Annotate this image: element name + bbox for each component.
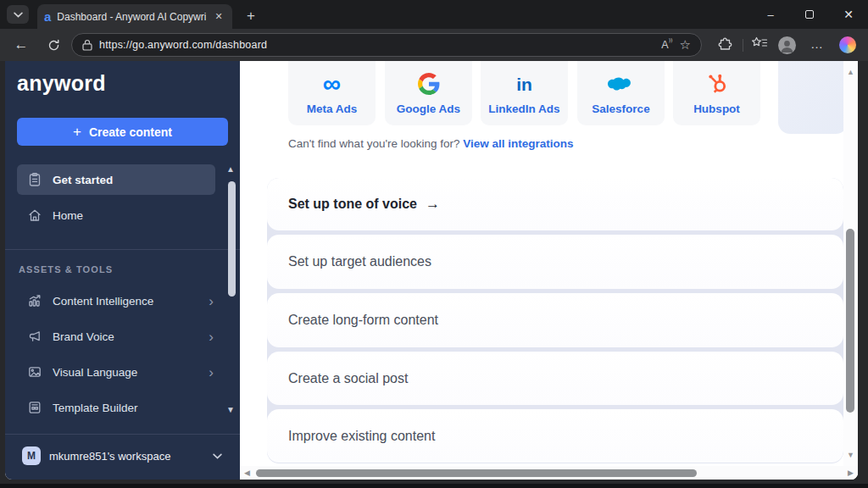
toolbar-divider [743, 39, 743, 52]
integration-card-hubspot[interactable]: Hubspot [673, 61, 760, 125]
chevron-right-icon: › [209, 330, 214, 344]
restore-icon [805, 10, 814, 19]
favorites-star-list-icon [751, 36, 768, 49]
task-card-social-post[interactable]: Create a social post [267, 352, 843, 405]
lock-icon [82, 39, 92, 51]
task-card-tone-of-voice[interactable]: Set up tone of voice → [267, 178, 843, 230]
tab-title: Dashboard - Anyword AI Copywri [57, 11, 206, 23]
sidebar-scroll-down-arrow[interactable]: ▼ [226, 405, 235, 414]
minimize-button[interactable]: – [751, 0, 790, 29]
restore-button[interactable] [790, 0, 829, 29]
workspace-selector[interactable]: M mkumre851's workspace [17, 441, 227, 471]
anyword-favicon-icon: a [44, 10, 51, 23]
vertical-scrollbar-thumb[interactable] [846, 229, 854, 413]
sidebar-scrollbar-thumb[interactable] [228, 181, 236, 297]
copilot-button[interactable] [839, 36, 856, 53]
task-list: Set up tone of voice → Set up target aud… [267, 178, 843, 463]
profile-button[interactable] [778, 36, 796, 54]
sidebar-item-visual-language[interactable]: Visual Language › [17, 356, 220, 388]
scroll-left-arrow[interactable]: ◀ [244, 469, 250, 477]
google-logo-icon [418, 73, 440, 95]
favorites-button[interactable] [751, 36, 768, 49]
settings-more-button[interactable]: … [809, 36, 826, 51]
template-icon [27, 400, 42, 415]
favorite-star-icon[interactable]: ☆ [680, 37, 691, 53]
anyword-logo: anyword [17, 71, 106, 96]
task-card-target-audiences[interactable]: Set up target audiences [267, 235, 843, 289]
refresh-icon [47, 39, 60, 52]
scroll-down-arrow[interactable]: ▼ [847, 451, 854, 459]
clipboard-icon [27, 172, 42, 187]
horizontal-scrollbar-thumb[interactable] [256, 469, 697, 477]
sidebar-item-get-started[interactable]: Get started [17, 164, 215, 195]
sidebar-item-brand-voice[interactable]: Brand Voice › [17, 320, 220, 352]
avatar-icon [778, 36, 796, 54]
vertical-scrollbar[interactable]: ▲ ▼ [843, 61, 858, 466]
integration-card-linkedin-ads[interactable]: in LinkedIn Ads [481, 61, 568, 125]
page-content: anyword + Create content Get started Hom… [5, 61, 858, 480]
copilot-icon [839, 36, 856, 53]
tab-close-icon[interactable]: ✕ [212, 11, 225, 22]
partial-card[interactable] [778, 61, 848, 134]
integration-card-meta-ads[interactable]: ∞ Meta Ads [288, 61, 376, 125]
hubspot-logo-icon [706, 73, 728, 95]
tab-search-button[interactable] [7, 5, 29, 24]
arrow-right-icon: → [426, 196, 440, 213]
browser-tab[interactable]: a Dashboard - Anyword AI Copywri ✕ [37, 4, 232, 29]
sidebar: anyword + Create content Get started Hom… [5, 61, 240, 480]
salesforce-logo-icon [607, 74, 636, 94]
integration-card-google-ads[interactable]: Google Ads [385, 61, 472, 125]
window-bottom-edge [0, 484, 868, 488]
image-icon [27, 364, 42, 380]
sidebar-footer-divider [5, 434, 240, 435]
sidebar-item-home[interactable]: Home [17, 200, 215, 230]
chevron-right-icon: › [209, 294, 214, 308]
chevron-down-icon [213, 453, 222, 459]
scroll-right-arrow[interactable]: ▶ [848, 469, 854, 477]
back-button[interactable]: ← [8, 32, 34, 58]
meta-logo-icon: ∞ [323, 73, 341, 95]
new-tab-button[interactable]: + [241, 7, 261, 25]
sidebar-scroll-up-arrow[interactable]: ▲ [226, 164, 235, 174]
megaphone-icon [27, 329, 42, 344]
plus-icon: + [73, 124, 81, 141]
horizontal-scrollbar[interactable]: ◀ ▶ [240, 466, 858, 480]
home-icon [27, 208, 42, 223]
integrations-help-text: Can't find what you're looking for? View… [288, 137, 574, 150]
url-text: https://go.anyword.com/dashboard [99, 39, 267, 51]
bar-chart-icon [27, 293, 42, 308]
linkedin-logo-icon: in [516, 75, 532, 93]
sidebar-item-content-intelligence[interactable]: Content Intelligence › [17, 285, 220, 317]
refresh-button[interactable] [41, 32, 66, 58]
sidebar-divider [5, 249, 240, 250]
browser-titlebar: a Dashboard - Anyword AI Copywri ✕ + – ✕ [0, 0, 868, 29]
chevron-right-icon: › [209, 365, 214, 380]
integration-card-salesforce[interactable]: Salesforce [577, 61, 665, 125]
scroll-up-arrow[interactable]: ▲ [847, 68, 854, 76]
read-aloud-button[interactable]: A⁾⁾ [661, 39, 672, 51]
extensions-button[interactable] [717, 36, 732, 52]
task-card-improve-content[interactable]: Improve existing content [267, 409, 843, 463]
puzzle-icon [717, 36, 732, 52]
sidebar-section-title: ASSETS & TOOLS [19, 264, 113, 274]
create-content-button[interactable]: + Create content [17, 118, 228, 146]
workspace-avatar: M [22, 446, 41, 465]
close-window-button[interactable]: ✕ [829, 0, 868, 29]
task-card-long-form-content[interactable]: Create long-form content [267, 293, 843, 347]
browser-navbar: ← https://go.anyword.com/dashboard A⁾⁾ ☆… [0, 29, 868, 61]
chevron-down-icon [14, 12, 23, 18]
view-all-integrations-link[interactable]: View all integrations [463, 137, 573, 150]
address-bar[interactable]: https://go.anyword.com/dashboard A⁾⁾ ☆ [71, 33, 702, 57]
main-panel: ∞ Meta Ads Google Ads in LinkedIn Ads Sa… [240, 61, 858, 480]
sidebar-item-template-builder[interactable]: Template Builder [17, 391, 220, 424]
window-controls: – ✕ [751, 0, 868, 29]
